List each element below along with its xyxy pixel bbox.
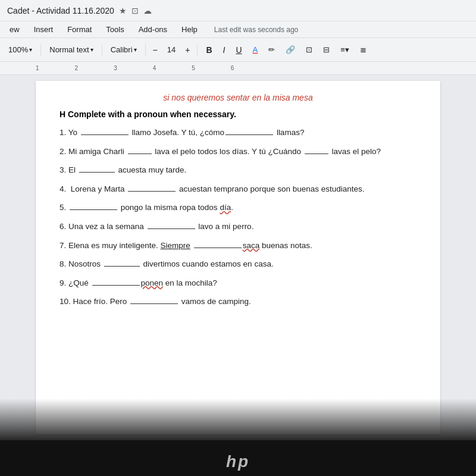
camera-icon[interactable] (315, 449, 334, 468)
exercise-3: 3. El acuesta muy tarde. (60, 164, 416, 177)
ruler-mark-3: 3 (114, 65, 117, 71)
copy-icon[interactable]: ⊡ (131, 6, 139, 15)
underlined-siempre: Siempre (161, 241, 190, 250)
menu-tools[interactable]: Tools (104, 24, 126, 35)
blank-1b[interactable] (226, 134, 273, 135)
link-button[interactable]: 🔗 (282, 43, 299, 57)
lock-icon[interactable] (124, 449, 143, 468)
menu-insert[interactable]: Insert (32, 24, 56, 35)
toolbar-divider-2 (102, 44, 102, 56)
blank-1a[interactable] (81, 134, 129, 135)
exercise-8: 8. Nosotros divertimos cuando estamos en… (60, 258, 416, 271)
italic-button[interactable]: I (220, 43, 229, 57)
ruler-mark-6: 6 (231, 65, 234, 71)
toolbar-divider-1 (40, 44, 41, 56)
zoom-selector[interactable]: 100% ▾ (5, 43, 36, 57)
exercise-4: 4. Lorena y Marta acuestan temprano porq… (60, 183, 416, 196)
menu-format[interactable]: Format (65, 24, 94, 35)
style-selector[interactable]: Normal text ▾ (46, 43, 96, 57)
ruler-content: 1 2 3 4 5 6 (0, 62, 476, 74)
font-size-decrease[interactable]: − (151, 45, 160, 55)
exercise-9: 9. ¿Qué ponen en la mochila? (60, 277, 416, 290)
ruler: 1 2 3 4 5 6 (0, 62, 476, 75)
linespacing-button[interactable]: ≣ (356, 43, 370, 57)
exercise-1: 1. Yo llamo Josefa. Y tú, ¿cómo llamas? (60, 126, 416, 139)
blank-5[interactable] (70, 209, 117, 210)
ruler-mark-4: 4 (153, 65, 156, 71)
blank-8[interactable] (104, 266, 140, 267)
highlight-button[interactable]: ✏ (265, 43, 278, 57)
menu-addons[interactable]: Add-ons (136, 24, 170, 35)
mail-icon[interactable] (178, 449, 198, 468)
underline-button[interactable]: U (232, 43, 245, 57)
exercise-5: 5. pongo la misma ropa todos día. (60, 201, 416, 214)
ruler-mark-2: 2 (75, 65, 79, 71)
bold-button[interactable]: B (202, 43, 215, 57)
section-header: H Complete with a pronoun when necessary… (60, 109, 416, 119)
svg-point-3 (236, 452, 249, 465)
document-title: Cadet - Actividad 11.16.2020 (7, 6, 114, 15)
search-bar[interactable]: earch (7, 450, 55, 466)
menu-help[interactable]: Help (179, 24, 200, 35)
title-bar: Cadet - Actividad 11.16.2020 ★ ⊡ ☁ (0, 0, 476, 21)
svg-rect-2 (182, 454, 194, 462)
ruler-mark-1: 1 (36, 65, 39, 71)
star-icon[interactable]: ★ (119, 6, 127, 15)
font-chevron: ▾ (134, 46, 137, 53)
font-size-display[interactable]: 14 (164, 43, 179, 57)
menu-view[interactable]: ew (7, 24, 22, 35)
blank-6[interactable] (148, 228, 195, 229)
document-page[interactable]: si nos queremos sentar en la misa mesa H… (36, 81, 440, 434)
blank-3[interactable] (79, 172, 115, 173)
blank-7[interactable] (194, 248, 242, 248)
cloud-icon[interactable]: ☁ (143, 6, 152, 15)
exercise-6: 6. Una vez a la semana lavo a mi perro. (60, 220, 416, 233)
task-view-button[interactable]: ⧉ (96, 449, 115, 468)
blank-9[interactable] (92, 285, 140, 286)
svg-point-1 (133, 460, 134, 462)
image-button[interactable]: ⊟ (320, 43, 333, 57)
underlined-ponen: ponen (141, 278, 164, 287)
dropbox-icon[interactable] (261, 449, 280, 468)
blank-10[interactable] (130, 303, 178, 304)
align-button[interactable]: ≡▾ (337, 43, 353, 57)
font-selector[interactable]: Calibri ▾ (107, 43, 140, 57)
exercise-10: 10. Hace frío. Pero vamos de camping. (60, 295, 416, 308)
comment-button[interactable]: ⊡ (302, 43, 316, 57)
svg-point-6 (295, 456, 300, 461)
svg-point-10 (322, 457, 325, 460)
style-chevron: ▾ (90, 46, 93, 53)
ruler-mark-5: 5 (192, 65, 195, 71)
underlined-dia: día (220, 203, 231, 212)
blank-2a[interactable] (128, 154, 152, 154)
flash-icon[interactable] (206, 449, 225, 468)
red-header-text: si nos queremos sentar en la misa mesa (60, 93, 416, 102)
exercise-2: 2. Mi amiga Charli lava el pelo todos lo… (60, 145, 416, 158)
taskbar: earch ○ ⧉ (0, 440, 476, 476)
document-area: si nos queremos sentar en la misa mesa H… (0, 75, 476, 440)
exercise-7: 7. Elena es muy inteligente. Siempre sac… (60, 239, 416, 252)
last-edit-status: Last edit was seconds ago (214, 26, 298, 34)
font-size-increase[interactable]: + (183, 45, 192, 55)
edge-icon[interactable] (233, 449, 252, 468)
windows-button[interactable]: ○ (69, 449, 88, 468)
toolbar: 100% ▾ Normal text ▾ Calibri ▾ − 14 + B … (0, 38, 476, 62)
zoom-chevron: ▾ (29, 46, 32, 53)
font-color-button[interactable]: A (249, 43, 262, 57)
chrome-icon[interactable] (288, 449, 307, 468)
folder-icon[interactable] (151, 449, 170, 468)
toolbar-divider-4 (197, 44, 198, 56)
underlined-saca: saca (243, 241, 260, 250)
toolbar-divider-3 (145, 44, 146, 56)
menu-bar: ew Insert Format Tools Add-ons Help Last… (0, 21, 476, 38)
blank-2b[interactable] (305, 154, 328, 154)
blank-4[interactable] (128, 191, 176, 192)
svg-marker-8 (327, 452, 331, 464)
taskbar-icons: ○ ⧉ (69, 449, 334, 468)
